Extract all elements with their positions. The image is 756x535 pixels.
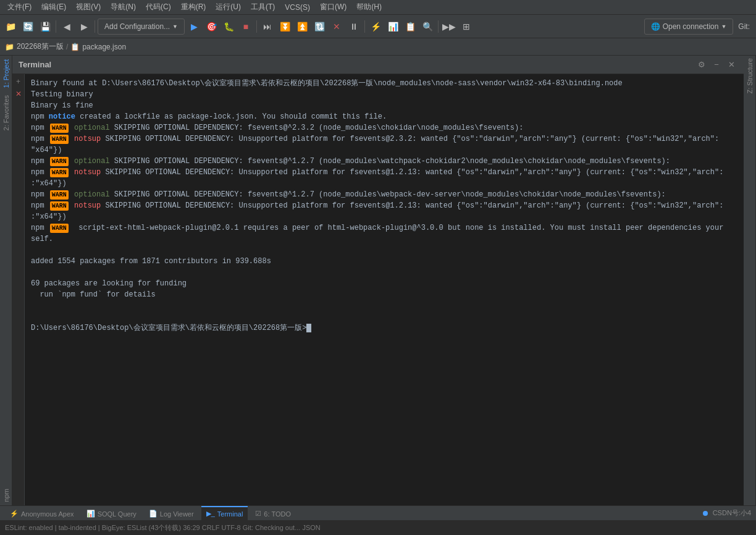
sidebar-item-npm[interactable]: npm	[1, 485, 11, 505]
terminal-wrapper: Terminal ⚙ − ✕ + ✕ Binary found at D:\Us…	[12, 56, 744, 505]
terminal-line: npm notice created a lockfile as package…	[31, 111, 737, 122]
breadcrumb: 📁 202268第一版 / 📋 package.json	[0, 38, 756, 56]
open-folder-btn[interactable]: 📁	[2, 19, 19, 35]
menu-view[interactable]: 视图(V)	[71, 1, 106, 14]
save-btn[interactable]: 💾	[37, 19, 53, 35]
coverage-btn[interactable]: 🎯	[203, 19, 219, 35]
debug-btn[interactable]: 🐛	[220, 19, 237, 35]
menu-tools[interactable]: 工具(T)	[246, 1, 280, 14]
terminal-minimize-btn[interactable]: −	[710, 59, 723, 71]
breadcrumb-sep: /	[66, 43, 68, 51]
left-sidebar: 1: Project 2: Favorites npm	[0, 56, 12, 505]
menu-nav[interactable]: 导航(N)	[106, 1, 141, 14]
log-label: Log Viewer	[160, 510, 194, 518]
tab-terminal[interactable]: ▶_ Terminal	[201, 506, 248, 521]
show-more-right-btn[interactable]: ▶▶	[441, 19, 457, 35]
bottom-bar: ESLint: enabled | tab-indented | BigEye:…	[0, 520, 756, 535]
coverage2-btn[interactable]: 📊	[385, 19, 401, 35]
menu-refactor[interactable]: 重构(R)	[176, 1, 211, 14]
forward-btn[interactable]: ▶	[76, 19, 92, 35]
terminal-line: added 1554 packages from 1871 contributo…	[31, 256, 737, 267]
menu-bar: 文件(F) 编辑(E) 视图(V) 导航(N) 代码(C) 重构(R) 运行(U…	[0, 0, 756, 15]
terminal-close-btn[interactable]: ✕	[725, 59, 737, 71]
terminal-line: Binary is fine	[31, 100, 737, 111]
terminal-line: npm WARN notsup SKIPPING OPTIONAL DEPEND…	[31, 133, 737, 145]
profiler-btn[interactable]: 📋	[402, 19, 418, 35]
terminal-controls: ⚙ − ✕	[695, 59, 737, 71]
breadcrumb-project-label: 202268第一版	[17, 41, 64, 52]
terminal-line: npm WARN optional SKIPPING OPTIONAL DEPE…	[31, 156, 737, 167]
terminal-line: self.	[31, 234, 737, 245]
tab-apex[interactable]: ⚡ Anonymous Apex	[5, 506, 79, 521]
sidebar-item-project[interactable]: 1: Project	[1, 56, 11, 91]
breakpoints-btn[interactable]: ⚡	[368, 19, 384, 35]
terminal-line: npm WARN script-ext-html-webpack-plugin@…	[31, 222, 737, 234]
sep4	[364, 20, 365, 33]
menu-window[interactable]: 窗口(W)	[315, 1, 351, 14]
todo-icon: ☑	[255, 510, 261, 518]
terminal-body[interactable]: Binary found at D:\Users\86176\Desktop\会…	[25, 74, 744, 505]
terminal-label: Terminal	[217, 510, 243, 518]
terminal-settings-btn[interactable]: ⚙	[695, 59, 708, 71]
rerun-btn[interactable]: 🔃	[311, 19, 327, 35]
file-icon: 📋	[70, 43, 80, 51]
status-tabs: ⚡ Anonymous Apex 📊 SOQL Query 📄 Log View…	[5, 506, 296, 521]
terminal-header: Terminal ⚙ − ✕	[12, 56, 744, 74]
terminal-line: Binary found at D:\Users\86176\Desktop\会…	[31, 78, 737, 89]
sep3	[256, 20, 257, 33]
close-terminal-icon[interactable]: ✕	[14, 89, 23, 99]
breadcrumb-file[interactable]: 📋 package.json	[70, 43, 126, 51]
apex-label: Anonymous Apex	[21, 510, 74, 518]
stop-btn[interactable]: ■	[238, 19, 254, 35]
menu-vcs[interactable]: VCS(S)	[280, 2, 315, 13]
breadcrumb-project[interactable]: 📁 202268第一版	[5, 41, 64, 52]
add-config-dropdown-icon: ▼	[172, 23, 178, 30]
pause-btn[interactable]: ⏸	[346, 19, 362, 35]
tab-log[interactable]: 📄 Log Viewer	[144, 506, 199, 521]
menu-run[interactable]: 运行(U)	[211, 1, 246, 14]
terminal-line: run `npm fund` for details	[31, 289, 737, 300]
menu-edit[interactable]: 编辑(E)	[36, 1, 71, 14]
terminal-line: npm WARN optional SKIPPING OPTIONAL DEPE…	[31, 122, 737, 133]
step-out-btn[interactable]: ⏫	[294, 19, 310, 35]
open-connection-button[interactable]: 🌐 Open connection ▼	[644, 19, 734, 35]
folder-icon: 📁	[5, 43, 14, 51]
todo-label: 6: TODO	[264, 510, 291, 518]
show-more2-btn[interactable]: ⊞	[458, 19, 474, 35]
soql-icon: 📊	[86, 510, 95, 518]
add-terminal-icon[interactable]: +	[14, 77, 23, 86]
sync-btn[interactable]: 🔄	[20, 19, 36, 35]
back-btn[interactable]: ◀	[59, 19, 75, 35]
status-dot	[703, 511, 708, 516]
terminal-line: D:\Users\86176\Desktop\会议室项目需求\若依和云枢的项目\…	[31, 322, 737, 334]
terminal-left-panel: + ✕	[12, 74, 25, 505]
structure-label[interactable]: Z: Structure	[746, 58, 754, 93]
terminal-line: :"x64"})	[31, 178, 737, 189]
tab-todo[interactable]: ☑ 6: TODO	[250, 506, 296, 521]
menu-help[interactable]: 帮助(H)	[351, 1, 387, 14]
breadcrumb-file-label: package.json	[82, 43, 126, 51]
git-label: Git:	[734, 22, 754, 31]
close-run-btn[interactable]: ✕	[329, 19, 345, 35]
terminal-line	[31, 300, 737, 311]
open-connection-label: Open connection	[663, 22, 719, 31]
status-right: CSDN号:小4	[703, 508, 751, 518]
status-bar: ⚡ Anonymous Apex 📊 SOQL Query 📄 Log View…	[0, 505, 756, 520]
terminal-line: npm WARN optional SKIPPING OPTIONAL DEPE…	[31, 189, 737, 200]
inspect-btn[interactable]: 🔍	[419, 19, 435, 35]
toolbar: 📁 🔄 💾 ◀ ▶ Add Configuration... ▼ ▶ 🎯 🐛 ■…	[0, 15, 756, 38]
step-over-btn[interactable]: ⏭	[259, 19, 275, 35]
terminal-line: "x64"})	[31, 145, 737, 156]
run-btn[interactable]: ▶	[186, 19, 202, 35]
step-into-btn[interactable]: ⏬	[277, 19, 293, 35]
structure-sidebar: Z: Structure	[744, 56, 756, 505]
sidebar-item-favorites[interactable]: 2: Favorites	[1, 91, 11, 134]
terminal-content-area: + ✕ Binary found at D:\Users\86176\Deskt…	[12, 74, 744, 505]
menu-file[interactable]: 文件(F)	[2, 1, 36, 14]
menu-code[interactable]: 代码(C)	[141, 1, 176, 14]
add-configuration-button[interactable]: Add Configuration... ▼	[98, 19, 185, 35]
terminal-line: :"x64"})	[31, 211, 737, 222]
terminal-line	[31, 311, 737, 322]
cursor-block	[306, 324, 311, 332]
tab-soql[interactable]: 📊 SOQL Query	[82, 506, 141, 521]
